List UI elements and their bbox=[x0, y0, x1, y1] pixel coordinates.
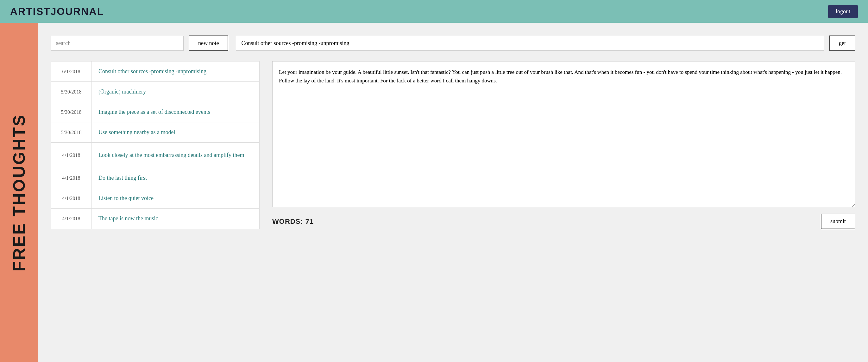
get-button[interactable]: get bbox=[829, 35, 855, 51]
note-row[interactable]: 5/30/2018(Organic) machinery bbox=[51, 82, 259, 102]
note-row[interactable]: 4/1/2018The tape is now the music bbox=[51, 208, 259, 229]
note-row[interactable]: 4/1/2018Look closely at the most embarra… bbox=[51, 143, 259, 168]
note-editor-panel: Words: 71 submit bbox=[272, 61, 855, 229]
note-row[interactable]: 6/1/2018Consult other sources -promising… bbox=[51, 61, 259, 82]
note-row[interactable]: 4/1/2018Listen to the quiet voice bbox=[51, 188, 259, 208]
app-title: ArtistJournal bbox=[10, 6, 104, 18]
note-date: 6/1/2018 bbox=[51, 61, 92, 81]
logout-button[interactable]: logout bbox=[828, 5, 858, 18]
editor-footer: Words: 71 submit bbox=[272, 214, 855, 229]
top-bar: new note get bbox=[51, 35, 855, 51]
main-container: Free Thoughts new note get 6/1/2018Consu… bbox=[0, 23, 868, 362]
left-controls: new note bbox=[51, 35, 228, 51]
note-row[interactable]: 5/30/2018Imagine the piece as a set of d… bbox=[51, 102, 259, 122]
new-note-button[interactable]: new note bbox=[189, 35, 228, 51]
note-date: 4/1/2018 bbox=[51, 188, 92, 208]
note-title[interactable]: The tape is now the music bbox=[92, 208, 259, 229]
note-date: 4/1/2018 bbox=[51, 168, 92, 188]
note-title[interactable]: Use something nearby as a model bbox=[92, 122, 259, 142]
note-date: 5/30/2018 bbox=[51, 82, 92, 102]
two-columns: 6/1/2018Consult other sources -promising… bbox=[51, 61, 855, 229]
note-row[interactable]: 4/1/2018Do the last thing first bbox=[51, 168, 259, 188]
word-count: Words: 71 bbox=[272, 218, 314, 226]
note-date: 5/30/2018 bbox=[51, 122, 92, 142]
notes-list-container: 6/1/2018Consult other sources -promising… bbox=[51, 61, 259, 229]
note-row[interactable]: 5/30/2018Use something nearby as a model bbox=[51, 122, 259, 143]
note-title[interactable]: Listen to the quiet voice bbox=[92, 188, 259, 208]
note-title[interactable]: Consult other sources -promising -unprom… bbox=[92, 61, 259, 81]
header: ArtistJournal logout bbox=[0, 0, 868, 23]
note-content-textarea[interactable] bbox=[272, 61, 855, 207]
note-date: 5/30/2018 bbox=[51, 102, 92, 122]
note-title[interactable]: Look closely at the most embarrassing de… bbox=[92, 143, 259, 168]
search-input[interactable] bbox=[51, 36, 184, 51]
submit-button[interactable]: submit bbox=[821, 214, 855, 229]
sidebar-label: Free Thoughts bbox=[11, 114, 27, 271]
right-controls: get bbox=[236, 35, 855, 51]
note-title[interactable]: (Organic) machinery bbox=[92, 82, 259, 102]
note-title-input[interactable] bbox=[236, 36, 824, 51]
note-date: 4/1/2018 bbox=[51, 143, 92, 168]
note-title[interactable]: Imagine the piece as a set of disconnect… bbox=[92, 102, 259, 122]
sidebar: Free Thoughts bbox=[0, 23, 38, 362]
note-title[interactable]: Do the last thing first bbox=[92, 168, 259, 188]
note-date: 4/1/2018 bbox=[51, 208, 92, 229]
content-area: new note get 6/1/2018Consult other sourc… bbox=[38, 23, 868, 362]
